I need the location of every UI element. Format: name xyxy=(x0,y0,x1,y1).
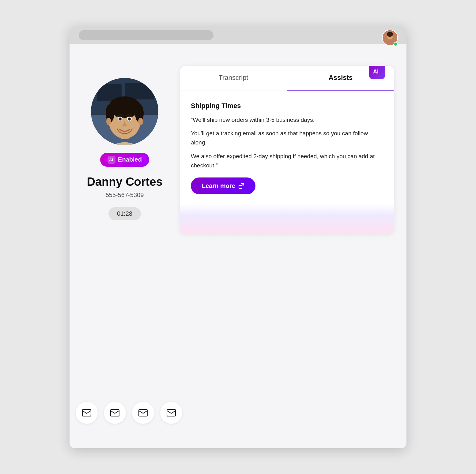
tabs: Transcript Assists xyxy=(180,66,394,91)
mail-button-3[interactable] xyxy=(132,402,154,424)
titlebar-search-bar xyxy=(79,30,213,40)
svg-point-21 xyxy=(129,118,130,119)
ai-badge-icon: Ai xyxy=(108,156,115,164)
app-window: Ai Enabled Danny Cortes 555-567-5309 01:… xyxy=(70,26,406,448)
svg-point-10 xyxy=(102,142,148,145)
learn-more-label: Learn more xyxy=(202,182,235,189)
card-body: Shipping Times “We’ll ship new orders wi… xyxy=(180,91,394,204)
svg-text:Ai: Ai xyxy=(109,158,113,162)
user-phone: 555-567-5309 xyxy=(106,192,144,199)
svg-text:Ai: Ai xyxy=(373,69,379,75)
svg-rect-29 xyxy=(139,409,147,416)
external-link-icon xyxy=(238,183,244,189)
left-panel: Ai Enabled Danny Cortes 555-567-5309 01:… xyxy=(82,60,168,436)
user-name: Danny Cortes xyxy=(87,175,162,188)
titlebar xyxy=(70,26,406,44)
assists-card: Transcript Assists Ai Shipping Tim xyxy=(180,66,394,234)
user-avatar xyxy=(91,78,158,145)
mail-button-1[interactable] xyxy=(76,402,98,424)
card-paragraph-1: “We’ll ship new orders within 3-5 busine… xyxy=(191,115,383,125)
svg-rect-27 xyxy=(82,409,91,416)
svg-point-20 xyxy=(120,118,121,119)
svg-rect-30 xyxy=(167,409,176,416)
tab-transcript[interactable]: Transcript xyxy=(180,66,287,91)
svg-point-23 xyxy=(138,118,143,125)
ai-enabled-badge: Ai Enabled xyxy=(100,153,149,167)
mail-icons-row xyxy=(76,402,182,424)
tabs-container: Transcript Assists Ai xyxy=(180,66,394,91)
online-status-dot xyxy=(394,42,398,46)
right-panel: Transcript Assists Ai Shipping Tim xyxy=(180,60,394,436)
svg-rect-28 xyxy=(111,409,119,416)
mail-button-4[interactable] xyxy=(160,402,182,424)
call-timer: 01:28 xyxy=(108,207,141,220)
card-paragraph-3: We also offer expedited 2-day shipping i… xyxy=(191,152,383,170)
card-paragraph-2: You’ll get a tracking email as soon as t… xyxy=(191,129,383,147)
card-gradient-footer xyxy=(180,203,394,234)
mail-button-2[interactable] xyxy=(104,402,126,424)
svg-point-4 xyxy=(387,32,393,37)
learn-more-button[interactable]: Learn more xyxy=(191,177,255,194)
ai-badge-label: Enabled xyxy=(118,156,142,163)
svg-point-22 xyxy=(106,118,111,125)
card-title: Shipping Times xyxy=(191,102,383,110)
main-content: Ai Enabled Danny Cortes 555-567-5309 01:… xyxy=(70,44,406,448)
ai-assist-icon: Ai xyxy=(369,66,385,79)
